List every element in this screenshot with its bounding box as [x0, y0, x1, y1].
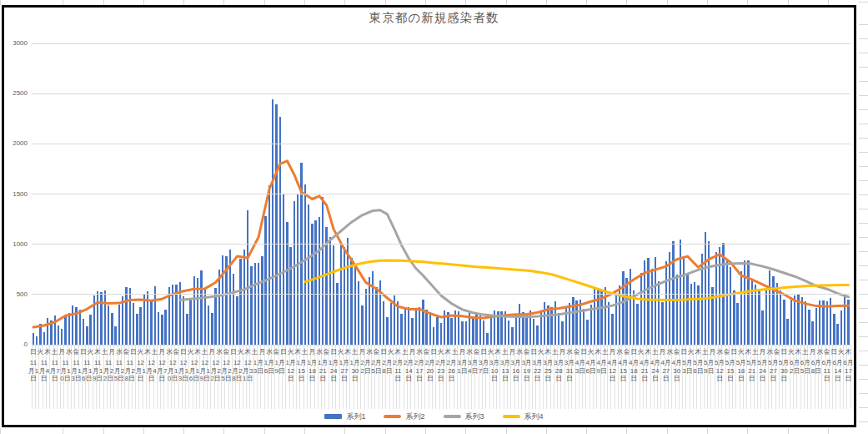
bar-daily-cases[interactable] — [394, 295, 395, 345]
bar-daily-cases[interactable] — [611, 314, 613, 345]
bar-daily-cases[interactable] — [114, 326, 116, 345]
bar-daily-cases[interactable] — [400, 314, 402, 345]
bar-daily-cases[interactable] — [786, 319, 788, 345]
bar-daily-cases[interactable] — [630, 269, 631, 345]
bar-daily-cases[interactable] — [275, 104, 277, 345]
bar-daily-cases[interactable] — [644, 260, 645, 345]
bar-daily-cases[interactable] — [715, 252, 717, 345]
legend-item-series4[interactable]: 系列4 — [503, 412, 544, 421]
bar-daily-cases[interactable] — [744, 260, 745, 345]
bar-daily-cases[interactable] — [605, 287, 606, 345]
bar-daily-cases[interactable] — [711, 287, 713, 345]
bar-daily-cases[interactable] — [375, 287, 377, 345]
bar-daily-cases[interactable] — [690, 284, 692, 345]
bar-daily-cases[interactable] — [444, 310, 445, 345]
bar-daily-cases[interactable] — [236, 296, 238, 345]
bar-daily-cases[interactable] — [164, 310, 166, 345]
bar-daily-cases[interactable] — [147, 291, 148, 345]
bar-daily-cases[interactable] — [454, 310, 456, 345]
bar-daily-cases[interactable] — [314, 220, 316, 345]
bar-daily-cases[interactable] — [705, 232, 706, 345]
bar-daily-cases[interactable] — [497, 311, 499, 345]
bar-daily-cases[interactable] — [75, 307, 77, 345]
bar-daily-cases[interactable] — [647, 258, 649, 345]
bar-daily-cases[interactable] — [247, 210, 248, 345]
bar-daily-cases[interactable] — [569, 303, 570, 345]
bar-daily-cases[interactable] — [125, 287, 127, 345]
bar-daily-cases[interactable] — [139, 307, 141, 345]
legend-item-series1[interactable]: 系列1 — [324, 412, 365, 421]
bar-daily-cases[interactable] — [640, 273, 642, 345]
bar-daily-cases[interactable] — [676, 275, 678, 345]
bar-daily-cases[interactable] — [294, 201, 295, 345]
bar-daily-cases[interactable] — [319, 217, 320, 345]
bar-daily-cases[interactable] — [404, 308, 406, 345]
bar-daily-cases[interactable] — [479, 315, 481, 345]
bar-daily-cases[interactable] — [783, 300, 785, 345]
bar-daily-cases[interactable] — [776, 283, 778, 345]
bar-daily-cases[interactable] — [547, 305, 549, 345]
bar-daily-cases[interactable] — [625, 278, 627, 345]
bar-daily-cases[interactable] — [186, 314, 188, 345]
bar-daily-cases[interactable] — [415, 310, 417, 345]
bar-daily-cases[interactable] — [43, 332, 45, 345]
bar-daily-cases[interactable] — [736, 303, 738, 345]
bar-daily-cases[interactable] — [258, 263, 259, 345]
bar-daily-cases[interactable] — [286, 222, 288, 345]
bar-daily-cases[interactable] — [801, 297, 803, 345]
bar-daily-cases[interactable] — [225, 256, 227, 345]
bar-daily-cases[interactable] — [50, 320, 52, 345]
bar-daily-cases[interactable] — [64, 315, 66, 345]
bar-daily-cases[interactable] — [79, 310, 81, 345]
bar-daily-cases[interactable] — [100, 292, 102, 345]
bar-daily-cases[interactable] — [565, 308, 567, 345]
bar-daily-cases[interactable] — [572, 297, 574, 345]
bar-daily-cases[interactable] — [383, 301, 384, 345]
bar-daily-cases[interactable] — [358, 281, 359, 345]
bar-daily-cases[interactable] — [708, 241, 710, 345]
bar-daily-cases[interactable] — [200, 270, 202, 345]
bar-daily-cases[interactable] — [847, 300, 849, 345]
bar-daily-cases[interactable] — [397, 301, 399, 345]
bar-daily-cases[interactable] — [508, 320, 509, 345]
bar-daily-cases[interactable] — [811, 321, 813, 345]
bar-daily-cases[interactable] — [808, 310, 810, 345]
bar-daily-cases[interactable] — [583, 309, 585, 345]
bar-daily-cases[interactable] — [222, 255, 223, 345]
bar-daily-cases[interactable] — [758, 291, 760, 345]
bar-daily-cases[interactable] — [333, 245, 334, 345]
bar-daily-cases[interactable] — [261, 256, 263, 345]
bar-daily-cases[interactable] — [536, 326, 538, 345]
bar-daily-cases[interactable] — [143, 295, 145, 345]
bar-daily-cases[interactable] — [386, 317, 388, 345]
bar-daily-cases[interactable] — [133, 303, 134, 345]
bar-daily-cases[interactable] — [136, 314, 138, 345]
bar-daily-cases[interactable] — [797, 294, 799, 345]
bar-daily-cases[interactable] — [633, 290, 635, 345]
bar-daily-cases[interactable] — [425, 310, 427, 345]
bar-daily-cases[interactable] — [458, 311, 459, 345]
bar-daily-cases[interactable] — [440, 323, 442, 345]
bar-daily-cases[interactable] — [72, 305, 73, 345]
bar-daily-cases[interactable] — [39, 324, 41, 345]
bar-daily-cases[interactable] — [183, 296, 184, 345]
bar-daily-cases[interactable] — [329, 237, 331, 345]
bar-daily-cases[interactable] — [372, 271, 374, 345]
bar-daily-cases[interactable] — [680, 240, 681, 345]
bar-daily-cases[interactable] — [651, 269, 653, 345]
bar-daily-cases[interactable] — [661, 302, 663, 345]
bar-daily-cases[interactable] — [450, 318, 452, 345]
bar-daily-cases[interactable] — [254, 263, 256, 345]
bar-daily-cases[interactable] — [47, 318, 48, 345]
bar-daily-cases[interactable] — [347, 238, 349, 345]
bar-daily-cases[interactable] — [658, 281, 660, 345]
bar-daily-cases[interactable] — [297, 194, 299, 345]
bar-daily-cases[interactable] — [719, 247, 720, 345]
bar-daily-cases[interactable] — [701, 254, 703, 345]
bar-daily-cases[interactable] — [433, 327, 434, 345]
bar-daily-cases[interactable] — [308, 204, 309, 345]
bar-daily-cases[interactable] — [111, 313, 113, 345]
bar-daily-cases[interactable] — [683, 256, 685, 345]
bar-daily-cases[interactable] — [150, 300, 152, 345]
bar-daily-cases[interactable] — [197, 278, 198, 345]
